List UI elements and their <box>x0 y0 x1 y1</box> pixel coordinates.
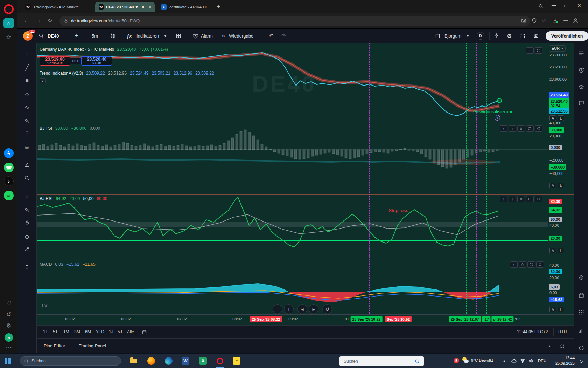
tiktok-icon[interactable]: ♪ <box>0 176 18 186</box>
whatsapp-icon[interactable]: ☎ <box>0 163 18 172</box>
reading-list-icon[interactable] <box>563 18 569 25</box>
reload-button[interactable]: ↻ <box>48 17 52 24</box>
profit-annotation[interactable]: Gewinnrealisierung <box>473 109 514 114</box>
panel-expand-icon[interactable] <box>560 340 565 352</box>
tradingview-logo[interactable]: TV <box>41 302 48 308</box>
reset-chart-button[interactable]: ↺ <box>322 304 332 314</box>
range-1j[interactable]: 1J <box>109 326 113 338</box>
elliott-wave-tool-icon[interactable]: ∿ <box>18 104 36 111</box>
explorer-folder-icon[interactable] <box>130 357 138 365</box>
macd-panel-controls[interactable]: ↑ <box>510 261 544 268</box>
order-ticket[interactable]: 23.519,90 VERKAUF 0,50 23.520,40 KAUF <box>40 54 112 68</box>
move-pane-up-button[interactable]: ↑ <box>510 261 518 268</box>
pattern-tool-icon[interactable]: ◇ <box>18 91 36 97</box>
url-field[interactable]: de.tradingview.com/chart/d50glPWQ <box>59 16 530 26</box>
opera-taskbar-icon[interactable] <box>216 357 224 365</box>
vpn-shield-icon[interactable] <box>531 18 537 25</box>
indicators-button[interactable]: Indikatoren <box>136 29 159 43</box>
start-button[interactable] <box>4 357 12 365</box>
scroll-right-button[interactable]: ▸ <box>309 304 318 314</box>
account-buttons[interactable]: AL <box>550 248 564 253</box>
chart-area[interactable]: DE40 <box>37 43 574 325</box>
settings-gear-icon[interactable]: ⚙ <box>0 322 18 329</box>
quick-action-bolt-icon[interactable] <box>493 29 499 43</box>
measure-tool-icon[interactable]: ∠ <box>18 162 36 168</box>
symbol-search[interactable]: DE40 <box>48 29 59 43</box>
alert-button[interactable]: Alarm <box>201 29 213 43</box>
edit-tool-icon[interactable]: ✎ <box>18 207 36 213</box>
range-3m[interactable]: 3M <box>74 326 80 338</box>
range-5j[interactable]: 5J <box>118 326 122 338</box>
spotify-icon[interactable]: ≋ <box>0 191 18 200</box>
range-1t[interactable]: 1T <box>43 326 48 338</box>
clock-utc[interactable]: 12:44:05 UTC+2 <box>517 326 548 338</box>
session-rth[interactable]: RTH <box>558 326 567 338</box>
tab-close-icon[interactable]: × <box>149 5 151 9</box>
move-pane-down-button[interactable]: ↓ <box>509 196 516 202</box>
weather-widget[interactable]: 9°C Bewölkt <box>462 357 493 364</box>
tab-search-icon[interactable] <box>538 4 544 10</box>
buy-button[interactable]: 23.520,40 KAUF <box>81 56 112 66</box>
l-button[interactable]: L <box>558 248 564 253</box>
zoom-in-button[interactable]: + <box>284 304 294 314</box>
alert-clock-icon[interactable] <box>192 29 198 43</box>
alerts-clock-icon[interactable] <box>574 67 588 73</box>
tab-ariva[interactable]: A Zertifikate - ARIVA.DE <box>158 2 212 12</box>
snapshot-camera-icon[interactable] <box>521 18 527 25</box>
layout-grid-icon[interactable] <box>176 29 181 43</box>
compare-add-icon[interactable]: + <box>75 29 78 43</box>
panel-divider[interactable] <box>37 123 574 123</box>
history-icon[interactable]: ↺ <box>0 311 18 318</box>
interval-button[interactable]: 5m <box>92 29 98 43</box>
tsi-legend[interactable]: BJ TSI 30,000 −30,000 0,000 <box>40 126 100 131</box>
delete-pane-button[interactable] <box>517 125 525 132</box>
maximize-pane-button[interactable] <box>535 47 542 54</box>
signal-bolt-icon[interactable]: ϟ <box>495 115 500 121</box>
delete-pane-button[interactable] <box>519 261 526 268</box>
text-tool-icon[interactable]: T <box>18 130 36 136</box>
delete-pane-button[interactable] <box>517 196 525 202</box>
aria-icon[interactable]: a <box>0 333 18 342</box>
go-to-date-icon[interactable] <box>142 326 147 338</box>
brush-tool-icon[interactable]: ✎ <box>18 118 36 124</box>
back-button[interactable]: ← <box>24 17 29 23</box>
move-pane-down-button[interactable]: ↓ <box>509 125 516 132</box>
trend-line-tool-icon[interactable]: ╱ <box>18 64 36 71</box>
move-pane-up-button[interactable]: ↑ <box>500 196 507 202</box>
indicators-fx-icon[interactable]: ƒx <box>127 29 132 43</box>
l-button[interactable]: L <box>558 183 564 188</box>
currency-selector[interactable]: EUR▾ <box>549 45 566 52</box>
maximize-pane-button[interactable] <box>527 261 535 268</box>
window-maximize-button[interactable]: □ <box>564 3 567 8</box>
replay-icon[interactable]: « <box>222 29 225 43</box>
volume-icon[interactable] <box>528 358 534 365</box>
price-panel-controls[interactable]: ↓ <box>526 47 542 54</box>
messenger-icon[interactable]: ϟ <box>0 148 18 158</box>
chart-settings-gear-icon[interactable]: ⚙ <box>507 29 512 43</box>
fib-retracement-tool-icon[interactable]: ≡ <box>18 77 36 84</box>
macd-legend[interactable]: MACD 6,03 −15,62 −21,65 <box>40 262 96 267</box>
more-pane-button[interactable] <box>535 125 542 132</box>
calendar-icon[interactable] <box>574 292 588 299</box>
account-buttons[interactable]: AL <box>550 183 564 188</box>
tray-clock[interactable]: 12:44 25.09.2025 <box>550 355 575 367</box>
undo-icon[interactable]: ↶ <box>269 29 273 43</box>
crosshair-tool-icon[interactable]: + <box>18 51 36 57</box>
tab-trading-panel[interactable]: Trading-Panel <box>79 340 106 352</box>
collapse-legend-button[interactable]: ▴ <box>40 78 46 83</box>
screenshot-camera-icon[interactable] <box>533 29 539 43</box>
word-icon[interactable]: W <box>181 357 190 365</box>
chart-legend[interactable]: Germany DAX 40 Index · 5 · IC Markets 23… <box>40 47 168 52</box>
excel-icon[interactable]: X <box>199 357 207 365</box>
link-tool-icon[interactable] <box>18 246 36 252</box>
notification-center-bell-icon[interactable] <box>578 358 584 365</box>
chart-style-icon[interactable] <box>110 29 116 43</box>
taskbar-search-white-input[interactable]: Suchen <box>340 356 424 366</box>
redo-icon[interactable]: ↷ <box>281 29 286 43</box>
data-signal-icon[interactable] <box>574 328 588 334</box>
account-buttons[interactable]: AL <box>550 307 564 312</box>
bookmarks-star-icon[interactable]: ☆ <box>0 33 18 41</box>
panel-divider[interactable] <box>37 194 574 195</box>
emoji-tool-icon[interactable]: ☺ <box>18 144 36 151</box>
hide-drawings-icon[interactable]: ⊙ <box>18 233 36 240</box>
